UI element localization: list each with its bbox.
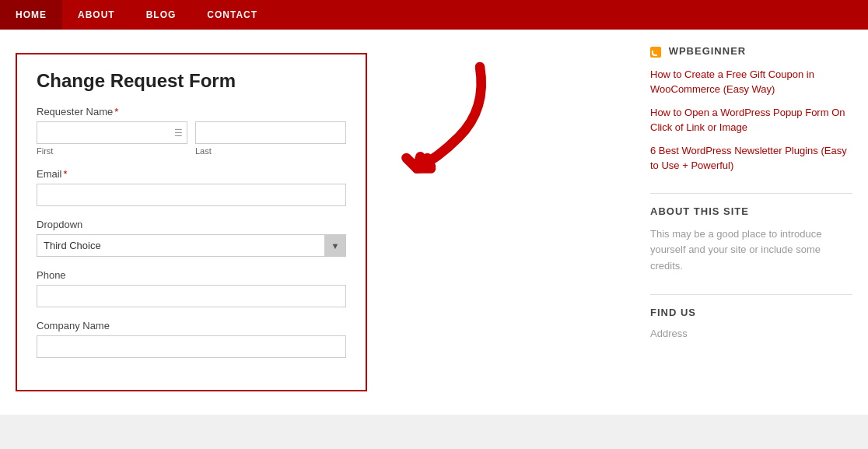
email-input[interactable] <box>37 184 346 206</box>
find-us-widget: FIND US Address <box>650 307 852 340</box>
company-name-input[interactable] <box>37 335 346 358</box>
select-wrapper: First Choice Second Choice Third Choice … <box>37 234 346 257</box>
arrow-area <box>367 53 523 193</box>
email-group: Email* <box>37 168 346 206</box>
sidebar-link-2[interactable]: How to Open a WordPress Popup Form On Cl… <box>650 105 852 135</box>
navbar: HOME ABOUT BLOG CONTACT <box>0 0 868 30</box>
dropdown-select[interactable]: First Choice Second Choice Third Choice … <box>37 234 346 257</box>
dropdown-label: Dropdown <box>37 219 346 230</box>
wpbeginner-title: WPBEGINNER <box>650 45 852 58</box>
nav-contact[interactable]: CONTACT <box>191 0 273 30</box>
rss-icon <box>650 47 661 58</box>
requester-name-group: Requester Name* ☰ First Last <box>37 106 346 156</box>
about-title: ABOUT THIS SITE <box>650 205 852 217</box>
main-content: Change Request Form Requester Name* ☰ Fi… <box>8 45 627 399</box>
about-text: This may be a good place to introduce yo… <box>650 226 852 275</box>
phone-input[interactable] <box>37 285 346 307</box>
sidebar-link-3[interactable]: 6 Best WordPress Newsletter Plugins (Eas… <box>650 143 852 174</box>
sidebar-link-1[interactable]: How to Create a Free Gift Coupon in WooC… <box>650 67 852 97</box>
address-label: Address <box>650 328 688 339</box>
last-name-field: Last <box>195 121 346 156</box>
nav-home[interactable]: HOME <box>0 0 62 30</box>
page-wrapper: Change Request Form Requester Name* ☰ Fi… <box>0 30 868 415</box>
divider-2 <box>650 294 852 295</box>
last-label: Last <box>195 146 346 156</box>
nav-about[interactable]: ABOUT <box>62 0 131 30</box>
divider-1 <box>650 193 852 194</box>
nav-blog[interactable]: BLOG <box>131 0 192 30</box>
email-label: Email* <box>37 168 346 180</box>
first-label: First <box>37 146 187 156</box>
requester-name-label: Requester Name* <box>37 106 346 118</box>
company-name-group: Company Name <box>37 320 346 358</box>
last-name-input[interactable] <box>195 121 346 144</box>
name-row: ☰ First Last <box>37 121 346 156</box>
about-widget: ABOUT THIS SITE This may be a good place… <box>650 205 852 275</box>
form-card: Change Request Form Requester Name* ☰ Fi… <box>16 53 367 391</box>
wpbeginner-widget: WPBEGINNER How to Create a Free Gift Cou… <box>650 45 852 174</box>
company-name-label: Company Name <box>37 320 346 331</box>
first-name-input[interactable] <box>37 121 187 144</box>
first-name-field: ☰ First <box>37 121 187 156</box>
find-us-title: FIND US <box>650 307 852 318</box>
dropdown-group: Dropdown First Choice Second Choice Thir… <box>37 219 346 257</box>
form-title: Change Request Form <box>37 70 346 92</box>
phone-group: Phone <box>37 269 346 307</box>
sidebar: WPBEGINNER How to Create a Free Gift Cou… <box>642 45 860 399</box>
red-arrow <box>383 53 507 193</box>
phone-label: Phone <box>37 269 346 281</box>
